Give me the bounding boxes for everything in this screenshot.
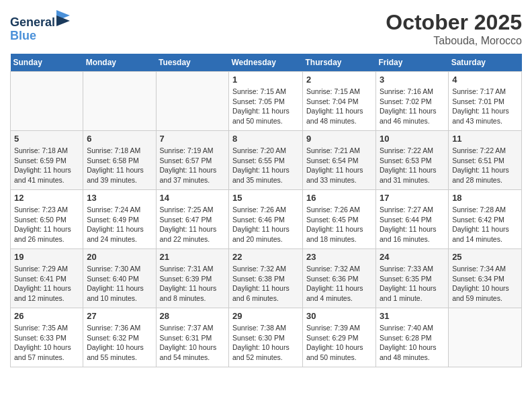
calendar-cell: 18Sunrise: 7:28 AM Sunset: 6:42 PM Dayli… bbox=[449, 190, 522, 249]
day-number: 10 bbox=[380, 134, 445, 144]
day-number: 2 bbox=[306, 75, 372, 85]
weekday-header-saturday: Saturday bbox=[449, 54, 522, 72]
logo-text: General bbox=[10, 10, 70, 30]
day-info: Sunrise: 7:15 AM Sunset: 7:05 PM Dayligh… bbox=[232, 87, 299, 126]
calendar-cell: 7Sunrise: 7:19 AM Sunset: 6:57 PM Daylig… bbox=[156, 131, 229, 190]
calendar-cell: 26Sunrise: 7:35 AM Sunset: 6:33 PM Dayli… bbox=[11, 308, 83, 367]
day-number: 19 bbox=[14, 252, 79, 262]
calendar-cell: 9Sunrise: 7:21 AM Sunset: 6:54 PM Daylig… bbox=[302, 131, 375, 190]
location: Tabouda, Morocco bbox=[386, 35, 522, 47]
day-number: 17 bbox=[380, 193, 445, 203]
day-number: 13 bbox=[87, 193, 152, 203]
day-info: Sunrise: 7:17 AM Sunset: 7:01 PM Dayligh… bbox=[452, 87, 518, 126]
calendar-cell: 15Sunrise: 7:26 AM Sunset: 6:46 PM Dayli… bbox=[229, 190, 303, 249]
weekday-header-friday: Friday bbox=[375, 54, 448, 72]
calendar-cell: 17Sunrise: 7:27 AM Sunset: 6:44 PM Dayli… bbox=[375, 190, 448, 249]
day-info: Sunrise: 7:22 AM Sunset: 6:51 PM Dayligh… bbox=[452, 146, 518, 185]
calendar-table: SundayMondayTuesdayWednesdayThursdayFrid… bbox=[10, 54, 522, 367]
calendar-header-row: SundayMondayTuesdayWednesdayThursdayFrid… bbox=[11, 54, 522, 72]
day-number: 14 bbox=[160, 193, 226, 203]
calendar-cell: 24Sunrise: 7:33 AM Sunset: 6:35 PM Dayli… bbox=[375, 249, 448, 308]
day-info: Sunrise: 7:40 AM Sunset: 6:28 PM Dayligh… bbox=[380, 323, 445, 363]
day-info: Sunrise: 7:39 AM Sunset: 6:29 PM Dayligh… bbox=[306, 323, 372, 363]
day-number: 31 bbox=[380, 311, 445, 321]
day-number: 18 bbox=[452, 193, 518, 203]
day-number: 11 bbox=[452, 134, 518, 144]
day-info: Sunrise: 7:25 AM Sunset: 6:47 PM Dayligh… bbox=[160, 205, 226, 244]
day-number: 25 bbox=[452, 252, 518, 262]
calendar-cell: 6Sunrise: 7:18 AM Sunset: 6:58 PM Daylig… bbox=[83, 131, 156, 190]
calendar-cell: 8Sunrise: 7:20 AM Sunset: 6:55 PM Daylig… bbox=[229, 131, 303, 190]
day-number: 15 bbox=[232, 193, 299, 203]
day-info: Sunrise: 7:38 AM Sunset: 6:30 PM Dayligh… bbox=[232, 323, 299, 363]
calendar-cell: 4Sunrise: 7:17 AM Sunset: 7:01 PM Daylig… bbox=[449, 72, 522, 131]
day-number: 6 bbox=[87, 134, 152, 144]
day-info: Sunrise: 7:36 AM Sunset: 6:32 PM Dayligh… bbox=[87, 323, 152, 363]
day-number: 4 bbox=[452, 75, 518, 85]
day-info: Sunrise: 7:19 AM Sunset: 6:57 PM Dayligh… bbox=[160, 146, 226, 185]
weekday-header-monday: Monday bbox=[83, 54, 156, 72]
day-info: Sunrise: 7:32 AM Sunset: 6:36 PM Dayligh… bbox=[306, 264, 372, 304]
day-number: 24 bbox=[380, 252, 445, 262]
day-number: 28 bbox=[160, 311, 226, 321]
calendar-week-row: 5Sunrise: 7:18 AM Sunset: 6:59 PM Daylig… bbox=[11, 131, 522, 190]
day-number: 30 bbox=[306, 311, 372, 321]
day-info: Sunrise: 7:21 AM Sunset: 6:54 PM Dayligh… bbox=[306, 146, 372, 185]
calendar-cell: 10Sunrise: 7:22 AM Sunset: 6:53 PM Dayli… bbox=[375, 131, 448, 190]
day-info: Sunrise: 7:26 AM Sunset: 6:45 PM Dayligh… bbox=[306, 205, 372, 244]
day-number: 12 bbox=[14, 193, 79, 203]
weekday-header-wednesday: Wednesday bbox=[229, 54, 303, 72]
day-info: Sunrise: 7:18 AM Sunset: 6:58 PM Dayligh… bbox=[87, 146, 152, 185]
calendar-cell: 14Sunrise: 7:25 AM Sunset: 6:47 PM Dayli… bbox=[156, 190, 229, 249]
calendar-cell bbox=[83, 72, 156, 131]
day-info: Sunrise: 7:22 AM Sunset: 6:53 PM Dayligh… bbox=[380, 146, 445, 185]
calendar-cell bbox=[449, 308, 522, 367]
calendar-cell: 29Sunrise: 7:38 AM Sunset: 6:30 PM Dayli… bbox=[229, 308, 303, 367]
day-number: 27 bbox=[87, 311, 152, 321]
day-number: 22 bbox=[232, 252, 299, 262]
day-number: 16 bbox=[306, 193, 372, 203]
day-info: Sunrise: 7:37 AM Sunset: 6:31 PM Dayligh… bbox=[160, 323, 226, 363]
day-number: 20 bbox=[87, 252, 152, 262]
day-number: 1 bbox=[232, 75, 299, 85]
calendar-cell: 1Sunrise: 7:15 AM Sunset: 7:05 PM Daylig… bbox=[229, 72, 303, 131]
calendar-cell: 19Sunrise: 7:29 AM Sunset: 6:41 PM Dayli… bbox=[11, 249, 83, 308]
calendar-cell: 2Sunrise: 7:15 AM Sunset: 7:04 PM Daylig… bbox=[302, 72, 375, 131]
logo-blue: Blue bbox=[10, 30, 70, 43]
calendar-cell: 22Sunrise: 7:32 AM Sunset: 6:38 PM Dayli… bbox=[229, 249, 303, 308]
day-info: Sunrise: 7:30 AM Sunset: 6:40 PM Dayligh… bbox=[87, 264, 152, 304]
calendar-cell bbox=[11, 72, 83, 131]
day-info: Sunrise: 7:31 AM Sunset: 6:39 PM Dayligh… bbox=[160, 264, 226, 304]
page-header: General Blue October 2025 Tabouda, Moroc… bbox=[10, 10, 522, 47]
logo-icon bbox=[56, 10, 70, 26]
calendar-week-row: 12Sunrise: 7:23 AM Sunset: 6:50 PM Dayli… bbox=[11, 190, 522, 249]
day-number: 21 bbox=[160, 252, 226, 262]
calendar-cell: 13Sunrise: 7:24 AM Sunset: 6:49 PM Dayli… bbox=[83, 190, 156, 249]
calendar-week-row: 26Sunrise: 7:35 AM Sunset: 6:33 PM Dayli… bbox=[11, 308, 522, 367]
calendar-cell: 25Sunrise: 7:34 AM Sunset: 6:34 PM Dayli… bbox=[449, 249, 522, 308]
calendar-cell: 31Sunrise: 7:40 AM Sunset: 6:28 PM Dayli… bbox=[375, 308, 448, 367]
calendar-week-row: 1Sunrise: 7:15 AM Sunset: 7:05 PM Daylig… bbox=[11, 72, 522, 131]
day-number: 8 bbox=[232, 134, 299, 144]
calendar-cell: 3Sunrise: 7:16 AM Sunset: 7:02 PM Daylig… bbox=[375, 72, 448, 131]
day-info: Sunrise: 7:18 AM Sunset: 6:59 PM Dayligh… bbox=[14, 146, 79, 185]
calendar-cell: 21Sunrise: 7:31 AM Sunset: 6:39 PM Dayli… bbox=[156, 249, 229, 308]
weekday-header-sunday: Sunday bbox=[11, 54, 83, 72]
day-number: 5 bbox=[14, 134, 79, 144]
day-info: Sunrise: 7:33 AM Sunset: 6:35 PM Dayligh… bbox=[380, 264, 445, 304]
calendar-week-row: 19Sunrise: 7:29 AM Sunset: 6:41 PM Dayli… bbox=[11, 249, 522, 308]
day-number: 9 bbox=[306, 134, 372, 144]
calendar-cell: 11Sunrise: 7:22 AM Sunset: 6:51 PM Dayli… bbox=[449, 131, 522, 190]
weekday-header-tuesday: Tuesday bbox=[156, 54, 229, 72]
day-number: 23 bbox=[306, 252, 372, 262]
calendar-cell: 27Sunrise: 7:36 AM Sunset: 6:32 PM Dayli… bbox=[83, 308, 156, 367]
day-number: 3 bbox=[380, 75, 445, 85]
day-info: Sunrise: 7:24 AM Sunset: 6:49 PM Dayligh… bbox=[87, 205, 152, 244]
day-info: Sunrise: 7:15 AM Sunset: 7:04 PM Dayligh… bbox=[306, 87, 372, 126]
day-info: Sunrise: 7:35 AM Sunset: 6:33 PM Dayligh… bbox=[14, 323, 79, 363]
calendar-cell: 23Sunrise: 7:32 AM Sunset: 6:36 PM Dayli… bbox=[302, 249, 375, 308]
day-number: 29 bbox=[232, 311, 299, 321]
calendar-cell: 20Sunrise: 7:30 AM Sunset: 6:40 PM Dayli… bbox=[83, 249, 156, 308]
day-info: Sunrise: 7:32 AM Sunset: 6:38 PM Dayligh… bbox=[232, 264, 299, 304]
day-info: Sunrise: 7:27 AM Sunset: 6:44 PM Dayligh… bbox=[380, 205, 445, 244]
